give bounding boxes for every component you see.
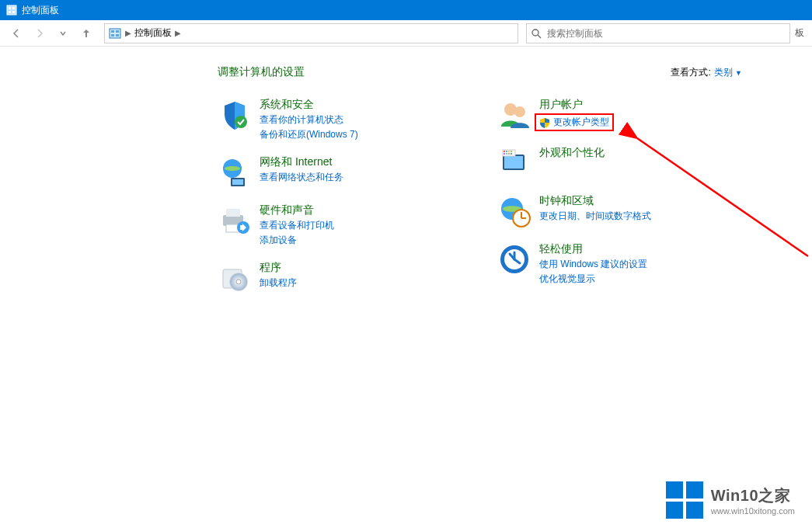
category-link[interactable]: 使用 Windows 建议的设置 [539, 258, 647, 271]
svg-rect-33 [511, 151, 512, 152]
svg-rect-34 [504, 153, 505, 155]
clock-globe-icon [497, 194, 531, 228]
svg-point-24 [236, 280, 241, 284]
back-button[interactable] [6, 23, 26, 43]
svg-rect-1 [9, 7, 11, 9]
address-bar[interactable]: ▶ 控制面板 ▶ [104, 23, 518, 43]
category-title[interactable]: 用户帐户 [539, 98, 614, 112]
category-hardware-sound: 硬件和声音 查看设备和打印机 添加设备 [218, 203, 451, 247]
view-by-label: 查看方式: [671, 66, 710, 79]
category-link[interactable]: 备份和还原(Windows 7) [260, 128, 358, 141]
categories-left-column: 系统和安全 查看你的计算机状态 备份和还原(Windows 7) 网络和 Int… [218, 98, 451, 295]
watermark-title: Win10之家 [711, 485, 795, 506]
disc-icon [218, 261, 252, 295]
category-ease-of-access: 轻松使用 使用 Windows 建议的设置 优化视觉显示 [497, 242, 730, 286]
title-bar: 控制面板 [0, 0, 812, 20]
watermark: Win10之家 www.win10xitong.com [666, 481, 795, 519]
category-link[interactable]: 优化视觉显示 [539, 273, 647, 286]
svg-rect-5 [110, 29, 120, 38]
shield-icon [218, 98, 252, 132]
appearance-icon [497, 146, 531, 180]
category-link[interactable]: 查看网络状态和任务 [260, 171, 343, 184]
category-clock-region: 时钟和区域 更改日期、时间或数字格式 [497, 194, 730, 228]
view-by: 查看方式: 类别 ▼ [671, 66, 742, 79]
window-title: 控制面板 [22, 4, 59, 17]
svg-point-12 [235, 116, 247, 128]
view-by-dropdown[interactable]: 类别 ▼ [714, 66, 742, 79]
svg-rect-6 [111, 30, 114, 33]
category-link[interactable]: 更改日期、时间或数字格式 [539, 210, 651, 223]
svg-rect-15 [232, 179, 243, 185]
recent-locations-dropdown[interactable] [53, 23, 73, 43]
category-title[interactable]: 系统和安全 [260, 98, 358, 112]
svg-rect-3 [9, 11, 11, 13]
breadcrumb-separator-icon[interactable]: ▶ [125, 29, 131, 37]
svg-rect-17 [226, 209, 240, 217]
search-box[interactable] [526, 23, 790, 43]
ease-of-access-icon [497, 242, 531, 276]
svg-rect-7 [116, 30, 119, 33]
view-by-value: 类别 [714, 67, 733, 78]
link-change-account-type[interactable]: 更改帐户类型 [535, 113, 614, 131]
category-user-accounts: 用户帐户 更改帐户类型 [497, 98, 730, 132]
svg-point-26 [514, 106, 525, 117]
svg-rect-31 [506, 151, 507, 152]
chevron-down-icon: ▼ [735, 69, 742, 77]
watermark-subtitle: www.win10xitong.com [711, 506, 795, 516]
search-icon [530, 28, 542, 39]
category-link[interactable]: 卸载程序 [260, 276, 297, 290]
category-title[interactable]: 时钟和区域 [539, 194, 651, 208]
category-link[interactable]: 查看你的计算机状态 [260, 113, 358, 127]
category-title[interactable]: 硬件和声音 [260, 203, 334, 217]
category-title[interactable]: 网络和 Internet [260, 155, 343, 169]
category-title[interactable]: 轻松使用 [539, 242, 647, 256]
category-network: 网络和 Internet 查看网络状态和任务 [218, 155, 451, 189]
svg-rect-28 [504, 156, 523, 168]
control-panel-bc-icon [108, 26, 122, 40]
svg-rect-32 [508, 151, 510, 152]
control-panel-icon [6, 5, 17, 16]
svg-rect-37 [511, 153, 512, 155]
printer-icon [218, 203, 252, 238]
globe-icon [218, 155, 252, 189]
category-link[interactable]: 添加设备 [260, 234, 334, 247]
windows-logo-icon [666, 481, 703, 519]
svg-rect-0 [7, 5, 16, 15]
breadcrumb-item[interactable]: 控制面板 [134, 26, 172, 40]
truncated-text: 板 [793, 26, 806, 40]
category-title[interactable]: 程序 [260, 261, 297, 275]
svg-rect-9 [116, 34, 119, 36]
uac-shield-icon [539, 117, 550, 128]
svg-rect-20 [240, 225, 242, 230]
forward-button[interactable] [30, 23, 50, 43]
category-appearance: 外观和个性化 [497, 146, 730, 180]
svg-point-10 [532, 30, 538, 36]
navigation-bar: ▶ 控制面板 ▶ 板 [0, 20, 812, 47]
breadcrumb-separator-icon[interactable]: ▶ [175, 29, 181, 37]
category-system-security: 系统和安全 查看你的计算机状态 备份和还原(Windows 7) [218, 98, 451, 141]
svg-rect-4 [12, 11, 15, 13]
svg-rect-8 [111, 34, 114, 36]
category-title[interactable]: 外观和个性化 [539, 146, 605, 160]
content-area: 调整计算机的设置 查看方式: 类别 ▼ 系统和安全 查看你的计算机状态 备份和还… [0, 47, 812, 295]
svg-rect-30 [504, 151, 505, 152]
category-link[interactable]: 查看设备和打印机 [260, 219, 334, 232]
page-heading: 调整计算机的设置 [218, 65, 305, 79]
svg-rect-35 [506, 153, 507, 155]
svg-rect-36 [508, 153, 510, 155]
category-programs: 程序 卸载程序 [218, 261, 451, 295]
svg-line-11 [538, 35, 541, 38]
users-icon [497, 98, 531, 132]
search-input[interactable] [547, 28, 786, 39]
svg-rect-2 [12, 7, 15, 9]
link-text: 更改帐户类型 [553, 116, 609, 129]
categories-right-column: 用户帐户 更改帐户类型 外观和个性化 [497, 98, 730, 295]
up-button[interactable] [76, 23, 96, 43]
